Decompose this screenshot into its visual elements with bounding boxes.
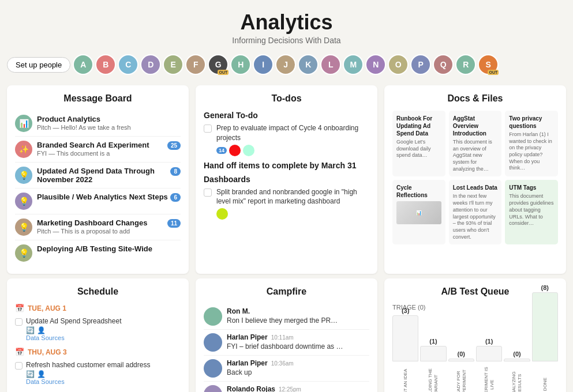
todo-text-wrap: Prep to evaluate impact of Cycle 4 onboa… [216, 123, 369, 156]
campfire-sender-name: Ron M. [227, 307, 250, 315]
schedule-link[interactable]: Data Sources [26, 378, 150, 385]
avatar[interactable]: A [73, 54, 93, 75]
avatar[interactable]: H [230, 54, 251, 75]
ab-column: (0)ANALYZING RESULTS [504, 350, 530, 392]
campfire-panel: Campfire Ron M.Ron I believe they merged… [196, 278, 377, 392]
doc-card-title: UTM Tags [509, 184, 554, 191]
message-content: Deploying A/B Testing Site-Wide [37, 244, 181, 253]
campfire-message: Rolando Rojas12:25pmHarlan do you know w… [204, 382, 369, 392]
schedule-text-wrap: Refresh hashed customer email address🔄👤D… [26, 361, 150, 385]
doc-card[interactable]: AggStat Overview IntroductionThis docume… [449, 111, 502, 176]
message-board-item[interactable]: 📊Product AnalyticsPitch — Hello! As we t… [15, 111, 181, 137]
ab-count: (0) [458, 350, 465, 357]
campfire-message-text: Back up [227, 368, 369, 376]
ab-bar[interactable] [420, 346, 446, 361]
setup-people-button[interactable]: Set up people [7, 57, 70, 73]
schedule-text-wrap: Update Ad Spend Spreadsheet🔄👤Data Source… [26, 317, 121, 341]
todo-assignees [216, 208, 369, 220]
message-board-item[interactable]: 💡Marketing Dashboard ChangesPitch — This… [15, 214, 181, 240]
message-board-item[interactable]: 💡Plausible / Web Analytics Next Steps6 [15, 189, 181, 214]
ab-count: (1) [485, 338, 493, 345]
campfire-message-content: Rolando Rojas12:25pmHarlan do you know w… [227, 385, 369, 392]
todo-text-wrap: Split branded and nonbranded google in "… [216, 187, 369, 220]
message-board-item[interactable]: 💡Deploying A/B Testing Site-Wide [15, 240, 181, 266]
ab-count: (8) [541, 284, 549, 291]
user-icon: 👤 [37, 370, 46, 378]
message-title: Updated Ad Spend Data Through November 2… [37, 167, 181, 184]
avatar[interactable]: I [253, 54, 274, 75]
doc-card-title: Runbook For Updating Ad Spend Data [396, 115, 441, 137]
campfire-message-header: Harlan Piper10:36am [227, 359, 369, 367]
todo-section-title: Dashboards [204, 175, 369, 184]
message-board-item[interactable]: ✨Branded Search Ad ExperimentFYI — This … [15, 137, 181, 163]
avatar[interactable]: M [343, 54, 364, 75]
campfire-message-time: 12:25pm [279, 386, 301, 392]
schedule-content: 📅TUE, AUG 1Update Ad Spend Spreadsheet🔄👤… [15, 304, 181, 387]
doc-card[interactable]: Two privacy questionsFrom Harlan (1) I w… [505, 111, 558, 176]
campfire-sender-name: Harlan Piper [227, 333, 268, 341]
message-board-panel: Message Board 📊Product AnalyticsPitch — … [7, 85, 189, 274]
ab-column-label: BUILDING THE VARIANT [426, 361, 440, 392]
avatar[interactable]: P [410, 54, 431, 75]
avatar[interactable]: K [298, 54, 319, 75]
doc-card-sub: This document is an overview of AggStat … [453, 139, 498, 172]
campfire-message-header: Ron M. [227, 307, 369, 315]
avatar[interactable]: SOUT [478, 54, 499, 75]
todo-text: Split branded and nonbranded google in "… [216, 187, 369, 207]
avatar[interactable]: L [320, 54, 341, 75]
message-title: Plausible / Web Analytics Next Steps [37, 193, 181, 201]
calendar-icon: 📅 [15, 304, 24, 312]
todo-assignee-avatar [243, 145, 254, 156]
ab-column-label: ANALYZING RESULTS [510, 361, 523, 392]
avatar[interactable]: N [365, 54, 386, 75]
doc-card[interactable]: Lost Leads DataIn the next few weeks I'l… [449, 180, 502, 244]
avatar[interactable]: B [95, 54, 116, 75]
doc-card-sub: From Harlan (1) I wanted to check in on … [509, 131, 554, 172]
avatar[interactable]: J [275, 54, 296, 75]
message-content: Updated Ad Spend Data Through November 2… [37, 167, 181, 184]
message-subtitle: FYI — This document is a [37, 150, 181, 157]
campfire-message-content: Ron M.Ron I believe they merged the PR… [227, 307, 369, 326]
doc-card[interactable]: Cycle Reflections📊 [392, 180, 445, 244]
people-bar: Set up people ABCDEFGOUTHIJKLMNOPQRSOUT [0, 51, 573, 81]
campfire-message-content: Harlan Piper10:36amBack up [227, 359, 369, 378]
avatar[interactable]: D [140, 54, 161, 75]
message-title: Product Analytics [37, 115, 181, 123]
schedule-checkbox[interactable] [15, 362, 23, 370]
avatar[interactable]: F [185, 54, 206, 75]
refresh-icon: 🔄 [26, 326, 35, 334]
avatar[interactable]: O [388, 54, 409, 75]
avatar[interactable]: C [118, 54, 138, 75]
ab-count: (0) [513, 350, 520, 357]
ab-bar[interactable] [392, 315, 418, 361]
ab-bar[interactable] [532, 292, 558, 361]
message-title: Deploying A/B Testing Site-Wide [37, 244, 181, 253]
message-board-item[interactable]: 💡Updated Ad Spend Data Through November … [15, 163, 181, 189]
avatar[interactable]: GOUT [208, 54, 229, 75]
todo-checkbox[interactable] [204, 125, 212, 133]
schedule-icons: 🔄👤 [26, 370, 150, 378]
ab-label-container: JUST AN IDEA [402, 361, 410, 392]
schedule-checkbox[interactable] [15, 318, 23, 326]
schedule-item-text: Update Ad Spend Spreadsheet [26, 317, 121, 325]
todo-assignees: 14 [216, 145, 369, 156]
doc-card[interactable]: UTM TagsThis document provides guideline… [505, 180, 558, 244]
doc-card[interactable]: Runbook For Updating Ad Spend DataGoogle… [392, 111, 445, 176]
todo-checkbox[interactable] [204, 189, 212, 197]
schedule-link[interactable]: Data Sources [26, 334, 121, 341]
ab-bar[interactable] [476, 346, 502, 361]
page-title: Analytics [0, 10, 573, 35]
todos-panel: To-dos General To-doPrep to evaluate imp… [196, 85, 377, 274]
message-avatar: 💡 [15, 244, 32, 262]
avatar[interactable]: R [455, 54, 476, 75]
doc-card-title: Lost Leads Data [453, 184, 498, 191]
campfire-message: Harlan Piper10:36amBack up [204, 356, 369, 382]
schedule-item-text: Refresh hashed customer email address [26, 361, 150, 369]
docs-panel: Docs & Files Runbook For Updating Ad Spe… [384, 85, 566, 274]
avatar[interactable]: E [163, 54, 183, 75]
campfire-avatar [204, 307, 222, 326]
campfire-avatar [204, 333, 222, 352]
message-content: Marketing Dashboard ChangesPitch — This … [37, 218, 181, 235]
ab-column-label: JUST AN IDEA [402, 367, 410, 392]
avatar[interactable]: Q [433, 54, 454, 75]
